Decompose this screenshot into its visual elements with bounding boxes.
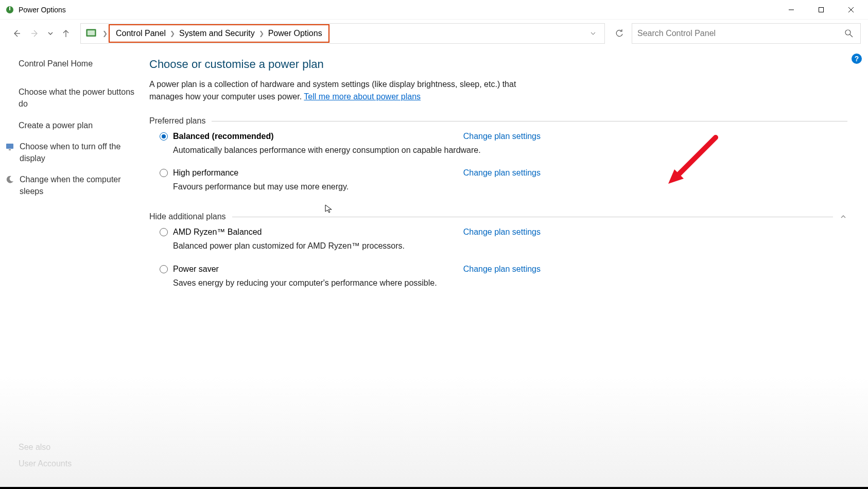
change-plan-settings-link[interactable]: Change plan settings <box>463 265 541 274</box>
breadcrumb-control-panel[interactable]: Control Panel <box>114 28 168 39</box>
plan-amd-ryzen: AMD Ryzen™ Balanced Change plan settings… <box>160 228 541 252</box>
radio-power-saver[interactable] <box>160 265 168 273</box>
breadcrumb-system-security[interactable]: System and Security <box>177 28 257 39</box>
bottom-border <box>0 487 868 489</box>
search-input[interactable] <box>637 29 843 38</box>
svg-line-12 <box>850 34 853 37</box>
svg-line-15 <box>677 137 716 176</box>
maximize-button[interactable] <box>806 0 836 20</box>
plan-description: Saves energy by reducing your computer's… <box>173 277 541 289</box>
navbar: ❯ Control Panel ❯ System and Security ❯ … <box>0 20 868 47</box>
recent-locations-button[interactable] <box>44 24 57 43</box>
plan-description: Balanced power plan customized for AMD R… <box>173 240 541 252</box>
chevron-right-icon: ❯ <box>259 30 264 37</box>
plan-name[interactable]: High performance <box>173 168 238 178</box>
sidebar-item-label: Change when the computer sleeps <box>20 173 135 197</box>
radio-balanced[interactable] <box>160 132 168 141</box>
chevron-right-icon: ❯ <box>102 30 108 37</box>
radio-high-performance[interactable] <box>160 169 168 177</box>
annotation-arrow-icon <box>664 132 721 189</box>
plan-power-saver: Power saver Change plan settings Saves e… <box>160 265 541 289</box>
section-title: Hide additional plans <box>149 212 226 221</box>
up-button[interactable] <box>57 24 75 43</box>
close-button[interactable] <box>836 0 866 20</box>
sidebar-link-power-buttons[interactable]: Choose what the power buttons do <box>19 86 135 110</box>
intro-learn-more-link[interactable]: Tell me more about power plans <box>304 92 421 101</box>
window-title: Power Options <box>19 6 66 14</box>
plan-description: Favours performance but may use more ene… <box>173 181 541 193</box>
svg-marker-16 <box>668 169 684 184</box>
power-options-icon <box>5 5 14 14</box>
change-plan-settings-link[interactable]: Change plan settings <box>463 132 541 141</box>
back-button[interactable] <box>7 24 26 43</box>
change-plan-settings-link[interactable]: Change plan settings <box>463 228 541 237</box>
svg-rect-13 <box>6 144 13 149</box>
search-box[interactable] <box>632 23 861 44</box>
svg-point-11 <box>845 30 850 35</box>
main-content: Choose or customise a power plan A power… <box>144 47 868 489</box>
sidebar: Control Panel Home Choose what the power… <box>0 47 144 489</box>
see-also-label: See also <box>19 443 72 452</box>
breadcrumb-power-options[interactable]: Power Options <box>266 28 324 39</box>
breadcrumb-highlight: Control Panel ❯ System and Security ❯ Po… <box>109 24 329 43</box>
body-area: Control Panel Home Choose what the power… <box>0 47 868 489</box>
plan-description: Automatically balances performance with … <box>173 144 541 156</box>
forward-button[interactable] <box>26 24 44 43</box>
plan-high-performance: High performance Change plan settings Fa… <box>160 168 541 193</box>
sidebar-control-panel-home[interactable]: Control Panel Home <box>19 58 135 69</box>
sidebar-link-create-plan[interactable]: Create a power plan <box>19 119 135 131</box>
hide-additional-plans-toggle[interactable]: Hide additional plans <box>149 212 847 221</box>
see-also-user-accounts[interactable]: User Accounts <box>19 459 72 468</box>
sidebar-item-label: Choose when to turn off the display <box>20 141 135 164</box>
minimize-button[interactable] <box>776 0 806 20</box>
plan-name[interactable]: AMD Ryzen™ Balanced <box>173 228 262 237</box>
moon-icon <box>5 175 14 184</box>
address-bar[interactable]: ❯ Control Panel ❯ System and Security ❯ … <box>80 23 605 44</box>
control-panel-icon <box>85 27 97 40</box>
page-heading: Choose or customise a power plan <box>149 58 847 71</box>
sidebar-link-computer-sleeps[interactable]: Change when the computer sleeps <box>5 173 135 197</box>
see-also-section: See also User Accounts <box>19 443 72 468</box>
section-title: Preferred plans <box>149 116 205 126</box>
address-dropdown-button[interactable] <box>584 30 602 37</box>
chevron-right-icon: ❯ <box>170 30 175 37</box>
svg-rect-10 <box>88 30 95 36</box>
refresh-button[interactable] <box>610 24 629 43</box>
intro-text: A power plan is a collection of hardware… <box>149 78 520 103</box>
svg-rect-14 <box>9 149 11 150</box>
display-icon <box>5 142 14 151</box>
chevron-up-icon <box>839 213 847 221</box>
change-plan-settings-link[interactable]: Change plan settings <box>463 168 541 178</box>
radio-amd-ryzen[interactable] <box>160 228 168 236</box>
sidebar-link-turn-off-display[interactable]: Choose when to turn off the display <box>5 141 135 164</box>
preferred-plans-label: Preferred plans <box>149 116 847 126</box>
svg-rect-1 <box>9 7 10 10</box>
titlebar: Power Options <box>0 0 868 20</box>
plan-balanced: Balanced (recommended) Change plan setti… <box>160 132 541 156</box>
svg-rect-3 <box>819 7 824 12</box>
plan-name[interactable]: Power saver <box>173 265 219 274</box>
plan-name[interactable]: Balanced (recommended) <box>173 132 274 141</box>
search-icon[interactable] <box>843 27 855 40</box>
